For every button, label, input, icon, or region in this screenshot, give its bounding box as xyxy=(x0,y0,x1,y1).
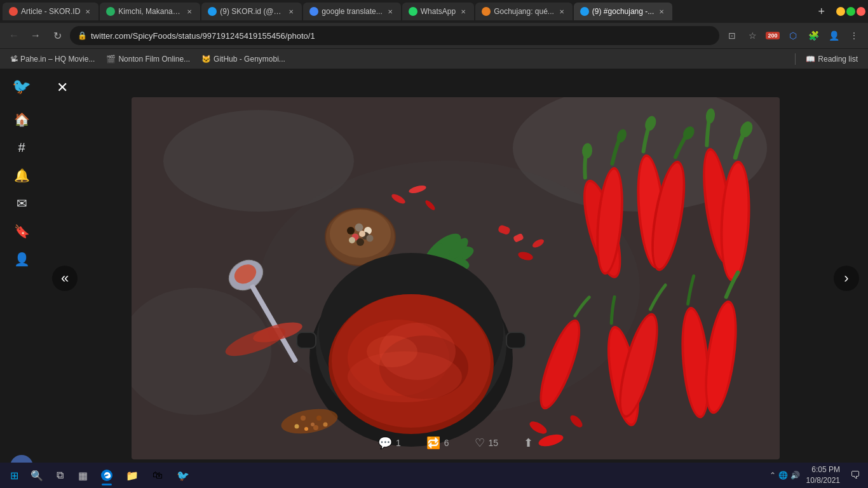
retweet-action[interactable]: 🔁 6 xyxy=(426,436,449,450)
nav-bar: ← → ↻ 🔒 twitter.com/SpicyFoods/status/99… xyxy=(0,23,868,48)
svg-rect-49 xyxy=(297,332,316,348)
prev-image-button[interactable]: « xyxy=(52,266,78,291)
twitter-messages-icon[interactable]: ✉ xyxy=(9,191,34,216)
tab-label-kimchi: Kimchi, Makanan... xyxy=(118,7,182,16)
close-image-button[interactable]: ✕ xyxy=(52,78,72,98)
nav-actions: ⊡ ☆ 200 ⬡ 🧩 👤 ⋮ xyxy=(723,27,863,44)
profile-button[interactable]: 👤 xyxy=(825,27,843,44)
bookmark-label-0: Pahe.in – HQ Movie... xyxy=(20,55,95,64)
bookmark-label-2: GitHub - Genymobi... xyxy=(214,55,285,64)
svg-point-29 xyxy=(349,237,355,243)
tab-favicon-kimchi xyxy=(106,7,115,16)
tab-kimchi[interactable]: Kimchi, Makanan... ✕ xyxy=(100,3,200,20)
new-tab-button[interactable]: + xyxy=(813,5,830,18)
svg-point-97 xyxy=(101,470,112,481)
bookmarks-separator xyxy=(795,53,796,65)
share-action[interactable]: ⬆ xyxy=(524,436,533,450)
reading-list-label: Reading list xyxy=(818,55,858,64)
chili-image xyxy=(132,97,780,459)
twitter-bookmarks-icon[interactable]: 🔖 xyxy=(9,219,34,244)
tab-close-google[interactable]: ✕ xyxy=(386,7,395,16)
svg-point-93 xyxy=(304,427,308,431)
tab-twitter-skor[interactable]: (9) SKOR.id (@sk... ✕ xyxy=(201,3,302,20)
notification-button[interactable]: 🗨 xyxy=(846,466,864,484)
close-window-button[interactable] xyxy=(857,7,865,16)
taskbar-clock[interactable]: 6:05 PM 10/8/2021 xyxy=(803,464,844,486)
tab-favicon-whatsapp xyxy=(409,7,417,16)
network-icon[interactable]: 🌐 xyxy=(778,471,788,480)
tab-google[interactable]: google translate... ✕ xyxy=(303,3,400,20)
bookmark-label-1: Nonton Film Online... xyxy=(118,55,190,64)
address-text: twitter.com/SpicyFoods/status/9971912454… xyxy=(91,31,712,41)
file-explorer-taskbar-app[interactable]: 📁 xyxy=(121,464,144,487)
clock-time: 6:05 PM xyxy=(806,464,840,475)
windows-logo: ⊞ xyxy=(10,470,18,482)
back-button[interactable]: ← xyxy=(5,27,23,44)
svg-point-28 xyxy=(356,238,364,246)
next-image-button[interactable]: › xyxy=(834,266,859,291)
twitter-profile-icon[interactable]: 👤 xyxy=(9,247,34,272)
badge-200: 200 xyxy=(766,32,779,39)
maximize-button[interactable] xyxy=(846,7,855,16)
widgets-button[interactable]: ▦ xyxy=(72,465,93,485)
tab-twitter-active[interactable]: (9) #gochujang -... ✕ xyxy=(574,3,672,20)
bookmark-favicon-1: 🎬 xyxy=(106,55,116,64)
volume-icon[interactable]: 🔊 xyxy=(790,471,800,480)
task-view-button[interactable]: ⧉ xyxy=(50,465,70,485)
search-button[interactable]: 🔍 xyxy=(27,465,47,485)
twitter-notifications-icon[interactable]: 🔔 xyxy=(9,163,34,188)
clock-date: 10/8/2021 xyxy=(806,475,840,486)
tab-close-whatsapp[interactable]: ✕ xyxy=(459,7,468,16)
reply-icon: 💬 xyxy=(378,436,392,450)
tab-label-skor: Article - SKOR.ID xyxy=(21,7,80,16)
tab-close-gochujang[interactable]: ✕ xyxy=(557,7,566,16)
edge-color-button[interactable]: ⬡ xyxy=(784,27,802,44)
tab-favicon-gochujang xyxy=(482,7,491,16)
extensions-button[interactable]: 🧩 xyxy=(804,27,822,44)
tab-close-twitter-active[interactable]: ✕ xyxy=(657,7,666,16)
tab-favicon-twitter-skor xyxy=(208,7,217,16)
svg-point-96 xyxy=(367,336,417,367)
reading-list-button[interactable]: 📖 Reading list xyxy=(801,53,863,65)
start-button[interactable]: ⊞ xyxy=(4,465,24,485)
forward-button[interactable]: → xyxy=(27,27,44,44)
favorites-button[interactable]: ☆ xyxy=(743,27,761,44)
chevron-icon[interactable]: ⌃ xyxy=(770,471,776,480)
tab-favicon-google xyxy=(309,7,318,16)
twitter-taskbar-app[interactable]: 🐦 xyxy=(172,464,194,487)
svg-point-95 xyxy=(323,423,328,427)
tab-gochujang[interactable]: Gochujang: qué... ✕ xyxy=(475,3,573,20)
bookmark-2[interactable]: 🐱GitHub - Genymobi... xyxy=(196,53,290,65)
bookmarks-bar: 📽Pahe.in – HQ Movie...🎬Nonton Film Onlin… xyxy=(0,48,868,69)
edge-taskbar-app[interactable] xyxy=(95,464,118,487)
tab-favicon-twitter-active xyxy=(580,7,589,16)
store-taskbar-app[interactable]: 🛍 xyxy=(146,464,169,487)
retweet-icon: 🔁 xyxy=(426,436,440,450)
taskbar: ⊞ 🔍 ⧉ ▦ 📁 🛍 🐦 ⌃ 🌐 🔊 6:05 PM 10/8/2021 🗨 xyxy=(0,463,868,488)
reading-list-icon: 📖 xyxy=(806,55,815,64)
tab-bar: Article - SKOR.ID ✕ Kimchi, Makanan... ✕… xyxy=(0,0,868,23)
tab-close-twitter-skor[interactable]: ✕ xyxy=(287,7,295,16)
address-bar[interactable]: 🔒 twitter.com/SpicyFoods/status/99719124… xyxy=(70,26,719,45)
settings-button[interactable]: ⋮ xyxy=(845,27,863,44)
bookmark-1[interactable]: 🎬Nonton Film Online... xyxy=(101,53,195,65)
tab-close-skor[interactable]: ✕ xyxy=(83,7,92,16)
svg-point-23 xyxy=(347,227,355,234)
tab-search-button[interactable]: ⊡ xyxy=(723,27,741,44)
collections-button[interactable]: 200 xyxy=(764,27,782,44)
twitter-home-icon[interactable]: 🏠 xyxy=(9,107,34,132)
tab-skor[interactable]: Article - SKOR.ID ✕ xyxy=(3,3,98,20)
tab-whatsapp[interactable]: WhatsApp ✕ xyxy=(402,3,474,20)
tab-close-kimchi[interactable]: ✕ xyxy=(185,7,194,16)
reload-button[interactable]: ↻ xyxy=(48,27,66,44)
svg-point-94 xyxy=(313,425,318,430)
reply-action[interactable]: 💬 1 xyxy=(378,436,401,450)
twitter-logo[interactable]: 🐦 xyxy=(9,74,34,99)
bookmark-0[interactable]: 📽Pahe.in – HQ Movie... xyxy=(5,53,100,65)
twitter-explore-icon[interactable]: # xyxy=(9,135,34,160)
like-action[interactable]: ♡ 15 xyxy=(475,436,499,450)
tab-label-twitter-skor: (9) SKOR.id (@sk... xyxy=(220,7,283,16)
bookmark-favicon-2: 🐱 xyxy=(201,55,211,64)
minimize-button[interactable] xyxy=(836,7,845,16)
tab-label-whatsapp: WhatsApp xyxy=(421,7,456,16)
